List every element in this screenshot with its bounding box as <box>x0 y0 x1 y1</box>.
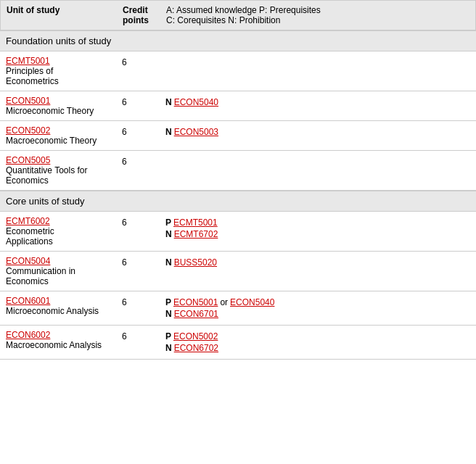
table-row: ECON5004Communication in Economics6NBUSS… <box>0 252 476 291</box>
credit-points-value: 6 <box>122 296 165 307</box>
requisite-line: NECON6702 <box>165 343 470 353</box>
requisite-line: NECMT6702 <box>165 229 470 239</box>
unit-name: Principles of Econometrics <box>6 66 59 86</box>
table-row: ECON5001Microeconomic Theory6NECON5040 <box>0 91 476 121</box>
requisite-type: P <box>165 331 171 341</box>
requisite-code-link[interactable]: ECON5003 <box>174 127 218 137</box>
header-unit-of-study: Unit of study <box>7 5 123 15</box>
table-row: ECON6002Macroeconomic Analysis6PECON5002… <box>0 326 476 360</box>
unit-code-link[interactable]: ECON6001 <box>6 296 122 306</box>
credit-points-value: 6 <box>122 56 165 67</box>
table-body: Foundation units of studyECMT5001Princip… <box>0 30 476 360</box>
requisites-column: PECON5002NECON6702 <box>165 330 470 355</box>
requisite-type: N <box>165 229 172 239</box>
requisites-column: NECON5003 <box>165 125 470 138</box>
unit-code-link[interactable]: ECON5001 <box>6 96 122 106</box>
header-credit-points: Credit points <box>123 5 166 25</box>
unit-code-link[interactable]: ECON5002 <box>6 125 122 136</box>
requisite-code-link[interactable]: ECMT6702 <box>174 229 218 239</box>
header-legend: A: Assumed knowledge P: Prerequisites C:… <box>166 5 469 25</box>
unit-info: ECON5002Macroeconomic Theory <box>6 125 122 146</box>
requisite-code-link[interactable]: BUSS5020 <box>174 257 217 268</box>
credit-points-value: 6 <box>122 155 165 167</box>
unit-code-link[interactable]: ECON6002 <box>6 330 122 340</box>
requisite-code-link[interactable]: ECON5040 <box>174 97 218 107</box>
requisite-line: PECON5001orECON5040 <box>165 297 470 307</box>
requisite-line: NECON5003 <box>165 127 470 137</box>
requisite-line: PECON5002 <box>165 331 470 341</box>
requisite-code-link[interactable]: ECON6702 <box>174 343 218 353</box>
requisite-code-link[interactable]: ECMT5001 <box>173 218 218 228</box>
credit-points-value: 6 <box>122 125 165 137</box>
table-row: ECMT5001Principles of Econometrics6 <box>0 51 476 91</box>
unit-info: ECON5001Microeconomic Theory <box>6 96 122 116</box>
unit-info: ECON5005Quantitative Tools for Economics <box>6 155 122 186</box>
section-header: Foundation units of study <box>0 30 476 51</box>
unit-name: Econometric Applications <box>6 226 54 246</box>
requisite-code-link[interactable]: ECON5001 <box>173 297 218 307</box>
requisite-type: N <box>165 97 172 107</box>
requisite-line: NECON5040 <box>165 97 470 107</box>
unit-info: ECMT6002Econometric Applications <box>6 216 122 246</box>
unit-name: Microeconomic Analysis <box>6 306 99 316</box>
table-row: ECMT6002Econometric Applications6PECMT50… <box>0 212 476 252</box>
table-header: Unit of study Credit points A: Assumed k… <box>0 0 476 30</box>
table-row: ECON5002Macroeconomic Theory6NECON5003 <box>0 121 476 151</box>
or-separator: or <box>220 297 228 307</box>
unit-info: ECON5004Communication in Economics <box>6 256 122 286</box>
unit-info: ECON6001Microeconomic Analysis <box>6 296 122 316</box>
table-row: ECON6001Microeconomic Analysis6PECON5001… <box>0 291 476 326</box>
credit-points-value: 6 <box>122 216 165 228</box>
table-row: ECON5005Quantitative Tools for Economics… <box>0 151 476 191</box>
requisite-type: N <box>165 309 172 319</box>
requisite-type: N <box>165 127 172 137</box>
requisite-type: N <box>165 343 172 353</box>
section-header: Core units of study <box>0 191 476 212</box>
requisite-line: NBUSS5020 <box>165 257 470 268</box>
requisite-code-link[interactable]: ECON6701 <box>174 309 218 319</box>
unit-code-link[interactable]: ECON5005 <box>6 155 122 165</box>
unit-name: Quantitative Tools for Economics <box>6 165 88 186</box>
requisite-type: P <box>165 218 171 228</box>
requisites-column: NECON5040 <box>165 96 470 109</box>
credit-points-value: 6 <box>122 330 165 341</box>
requisites-column: NBUSS5020 <box>165 256 470 269</box>
unit-code-link[interactable]: ECMT5001 <box>6 56 122 66</box>
unit-code-link[interactable]: ECMT6002 <box>6 216 122 226</box>
unit-name: Communication in Economics <box>6 266 75 286</box>
unit-name: Macroeconomic Analysis <box>6 340 102 350</box>
requisite-line: NECON6701 <box>165 309 470 319</box>
unit-name: Macroeconomic Theory <box>6 136 97 146</box>
unit-info: ECMT5001Principles of Econometrics <box>6 56 122 86</box>
unit-code-link[interactable]: ECON5004 <box>6 256 122 266</box>
requisite-code-link[interactable]: ECON5002 <box>173 331 218 341</box>
requisites-column: PECMT5001NECMT6702 <box>165 216 470 241</box>
unit-name: Microeconomic Theory <box>6 106 94 116</box>
unit-info: ECON6002Macroeconomic Analysis <box>6 330 122 350</box>
requisite-line: PECMT5001 <box>165 218 470 228</box>
credit-points-value: 6 <box>122 96 165 107</box>
requisites-column <box>165 155 470 157</box>
requisite-code-link[interactable]: ECON5040 <box>230 297 274 307</box>
requisites-column <box>165 56 470 57</box>
requisite-type: P <box>165 297 171 307</box>
credit-points-value: 6 <box>122 256 165 268</box>
requisites-column: PECON5001orECON5040NECON6701 <box>165 296 470 320</box>
requisite-type: N <box>165 257 172 268</box>
